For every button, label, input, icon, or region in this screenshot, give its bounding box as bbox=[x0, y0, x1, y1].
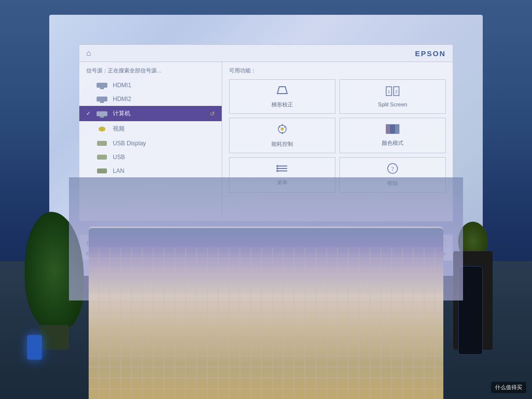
computer-arrow: ↺ bbox=[210, 110, 215, 117]
keystone-icon bbox=[275, 85, 289, 98]
color-mode-icon bbox=[386, 124, 399, 136]
keystone-label: 梯形校正 bbox=[271, 101, 293, 108]
source-item-lan[interactable]: LAN bbox=[79, 164, 222, 178]
hdmi1-label: HDMI1 bbox=[113, 82, 131, 89]
source-panel-title: 信号源：正在搜索全部信号源... bbox=[79, 67, 222, 78]
split-screen-icon: 1 2 bbox=[386, 86, 399, 99]
source-item-usb[interactable]: USB bbox=[79, 150, 222, 164]
usb-display-icon bbox=[95, 140, 109, 147]
help-icon: ? bbox=[387, 163, 399, 177]
svg-rect-13 bbox=[390, 125, 395, 133]
blue-led-light bbox=[27, 335, 42, 360]
hdmi1-icon bbox=[95, 82, 109, 89]
epson-logo: EPSON bbox=[415, 49, 446, 58]
epson-header: ⌂ EPSON bbox=[79, 45, 453, 62]
source-item-hdmi2[interactable]: HDMI2 bbox=[79, 92, 222, 106]
lan-icon bbox=[95, 167, 109, 174]
power-control-label: 能耗控制 bbox=[271, 140, 293, 148]
check-usb bbox=[86, 154, 93, 160]
features-title: 可用功能： bbox=[229, 67, 446, 74]
check-video bbox=[86, 126, 93, 132]
check-computer: ✓ bbox=[86, 110, 93, 117]
svg-marker-0 bbox=[277, 87, 287, 94]
check-lan bbox=[86, 168, 93, 174]
video-icon bbox=[95, 126, 109, 133]
menu-icon bbox=[276, 164, 288, 176]
video-label: 视频 bbox=[113, 125, 125, 133]
svg-text:?: ? bbox=[391, 165, 394, 172]
plant-pot-left bbox=[39, 325, 69, 350]
svg-point-19 bbox=[276, 167, 278, 169]
computer-icon bbox=[95, 110, 109, 117]
home-icon[interactable]: ⌂ bbox=[86, 49, 91, 58]
source-item-hdmi1[interactable]: HDMI1 bbox=[79, 78, 222, 92]
usb-display-label: USB Display bbox=[113, 140, 146, 147]
svg-text:1: 1 bbox=[388, 89, 390, 94]
lan-label: LAN bbox=[113, 167, 124, 174]
hdmi2-icon bbox=[95, 96, 109, 102]
source-item-usb-display[interactable]: USB Display bbox=[79, 136, 222, 150]
feature-split-screen[interactable]: 1 2 Split Screen bbox=[339, 79, 446, 114]
feature-keystone[interactable]: 梯形校正 bbox=[229, 79, 335, 114]
svg-rect-14 bbox=[395, 125, 399, 133]
tablecloth bbox=[89, 227, 443, 399]
svg-text:2: 2 bbox=[395, 89, 398, 94]
tablecloth-pattern bbox=[89, 248, 443, 399]
svg-rect-12 bbox=[386, 125, 390, 133]
check-hdmi2 bbox=[86, 96, 93, 102]
feature-power-control[interactable]: 能耗控制 bbox=[229, 118, 335, 153]
watermark: 什么值得买 bbox=[491, 382, 526, 393]
hdmi2-label: HDMI2 bbox=[113, 96, 131, 102]
power-control-icon bbox=[276, 123, 288, 137]
features-grid: 梯形校正 1 2 Split Screen bbox=[229, 79, 446, 193]
split-screen-label: Split Screen bbox=[378, 101, 407, 107]
check-usb-display bbox=[86, 140, 93, 146]
usb-label: USB bbox=[113, 154, 125, 161]
computer-label: 计算机 bbox=[113, 109, 131, 118]
svg-point-20 bbox=[276, 170, 278, 172]
svg-point-18 bbox=[276, 165, 278, 167]
svg-point-10 bbox=[281, 128, 284, 131]
source-item-computer[interactable]: ✓ 计算机 ↺ bbox=[79, 106, 222, 121]
check-hdmi1 bbox=[86, 82, 93, 88]
usb-icon bbox=[95, 154, 109, 161]
feature-color-mode[interactable]: 颜色模式 bbox=[339, 118, 446, 153]
source-item-video[interactable]: 视频 bbox=[79, 121, 222, 136]
color-mode-label: 颜色模式 bbox=[382, 139, 403, 147]
